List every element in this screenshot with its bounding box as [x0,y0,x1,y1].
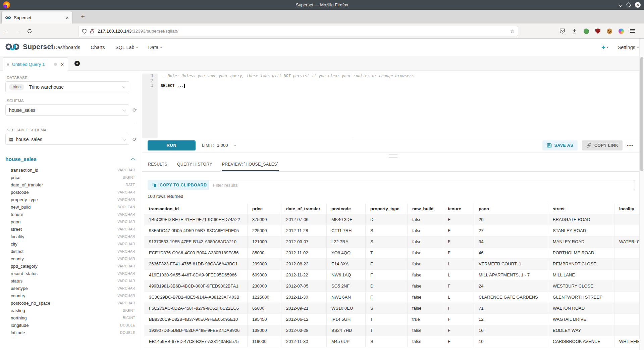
table-cell[interactable]: 65000 [248,303,281,314]
copy-link-button[interactable]: COPY LINK [582,140,623,150]
query-tab[interactable]: Untitled Query 1 × [3,57,68,71]
column-list-item[interactable]: easting BIGINT [5,307,135,314]
table-cell[interactable]: M45 6UP [327,336,366,347]
header-cell[interactable]: transaction_id [144,204,248,214]
table-cell[interactable]: 46 [474,248,548,258]
table-cell[interactable]: 1B5C39ED-BE7F-41EF-9E71-9C60EED74A22 [144,214,248,225]
containers-icon[interactable] [619,29,624,34]
column-list-item[interactable]: street VARCHAR [5,225,135,233]
table-cell[interactable]: L [443,270,474,280]
table-cell[interactable]: 2012-07-05 [281,281,327,292]
table-cell[interactable]: S [366,336,408,347]
table-cell[interactable]: 16 [474,325,548,336]
refresh-table-icon[interactable]: ⟳ [132,136,137,142]
table-cell[interactable]: false [408,325,443,336]
table-cell[interactable]: false [408,248,443,258]
table-cell[interactable]: BB8320C9-D82B-4B37-90E0-9FEE05095E10 [144,314,248,325]
table-cell[interactable]: T [366,248,408,258]
table-cell[interactable]: E14 3XA [327,259,366,269]
table-cell[interactable]: false [408,259,443,269]
table-cell[interactable]: 138000 [248,325,281,336]
table-cell[interactable]: EB1459EB-67ED-47C8-B2E7-A38143AB5575 [144,336,248,347]
reload-button[interactable] [27,29,32,34]
table-cell[interactable]: false [408,214,443,225]
column-list-item[interactable]: record_status VARCHAR [5,270,135,277]
table-cell[interactable]: PORTHOLME ROAD [548,248,614,258]
table-cell[interactable]: 2012-03-28 [281,325,327,336]
table-cell[interactable]: ECE1D376-C9A6-4C00-B004-A380B189FA56 [144,248,248,258]
table-cell[interactable]: CARISBROOK AVENUE [548,336,614,347]
back-button[interactable]: ← [3,28,9,35]
table-cell[interactable]: 34 [474,236,548,247]
table-cell[interactable]: WALTON ROAD [548,303,614,314]
column-list-item[interactable]: date_of_transfer DATE [5,181,135,188]
table-cell[interactable]: 24 [474,281,548,292]
table-cell[interactable]: WESTBURY CLOSE [548,281,614,292]
menu-icon[interactable] [630,29,635,33]
table-cell[interactable]: 2012-11-28 [281,225,327,236]
scrollbar-thumb[interactable] [640,57,643,171]
window-maximize-button[interactable] [626,2,632,8]
header-cell[interactable]: street [548,204,614,214]
table-cell[interactable]: CLARENCE GATE GARDENS [474,292,548,303]
save-as-button[interactable]: SAVE AS [542,140,578,150]
cookie-icon[interactable] [607,29,612,34]
column-list-item[interactable]: locality VARCHAR [5,233,135,240]
drag-handle-icon[interactable] [7,62,9,67]
table-cell[interactable]: F [366,259,408,269]
column-list-item[interactable]: postcode_no_space VARCHAR [5,299,135,307]
table-cell[interactable]: 98F5DC47-0D05-4D59-95B7-98CA6F1FDE05 [144,225,248,236]
table-cell[interactable]: MK40 3DE [327,214,366,225]
table-cell[interactable]: F [443,225,474,236]
table-cell[interactable]: false [408,292,443,303]
table-cell[interactable]: 20 [474,214,548,225]
table-cell[interactable]: GLENTWORTH STREET [548,292,614,303]
header-cell[interactable]: new_build [408,204,443,214]
table-cell[interactable]: BS24 7HD [327,325,366,336]
table-cell[interactable]: 3C3C29DC-B7B2-4BE5-914A-A38123AF403B [144,292,248,303]
column-list-item[interactable]: country VARCHAR [5,292,135,299]
table-cell[interactable]: 193907D3-5DBD-453D-A49E-9FEE27DAB926 [144,325,248,336]
table-cell[interactable]: BODLEY WAY [548,325,614,336]
table-cell[interactable]: 119000 [248,336,281,347]
table-cell[interactable]: 2012-03-07 [281,236,327,247]
results-tab[interactable]: PREVIEW: `HOUSE_SALES` [222,158,279,171]
column-list-item[interactable]: longitude DOUBLE [5,321,135,329]
table-cell[interactable]: S [366,225,408,236]
copy-to-clipboard-button[interactable]: COPY TO CLIPBOARD [148,180,211,190]
url-bar[interactable]: 217.160.120.143:32393/superset/sqllab/ ☆ [78,26,518,36]
header-cell[interactable]: tenure [443,204,474,214]
table-cell[interactable]: S [366,236,408,247]
table-cell[interactable]: F [443,303,474,314]
more-actions-button[interactable]: ••• [627,143,634,148]
table-cell[interactable]: WAGTAIL DRIVE [548,314,614,325]
table-cell[interactable]: 230000 [248,281,281,292]
column-list-item[interactable]: price BIGINT [5,174,135,181]
table-cell[interactable]: false [408,225,443,236]
table-cell[interactable]: 121000 [248,236,281,247]
table-cell[interactable]: L [443,292,474,303]
table-cell[interactable]: F [443,248,474,258]
table-cell[interactable]: 2012-11-02 [281,248,327,258]
table-cell[interactable]: 299000 [248,259,281,269]
table-cell[interactable]: 91370533-19F5-47FE-B142-A380A8ADA210 [144,236,248,247]
table-cell[interactable]: 609000 [248,270,281,280]
column-list-item[interactable]: paon VARCHAR [5,218,135,225]
refresh-schema-icon[interactable]: ⟳ [132,107,137,113]
table-cell[interactable]: D [366,281,408,292]
browser-tab[interactable]: Superset × [1,11,72,24]
pocket-icon[interactable] [559,28,565,34]
table-cell[interactable]: 71 [474,303,548,314]
table-cell[interactable]: 2012-06-12 [281,314,327,325]
nav-item-data[interactable]: Data▾ [148,45,162,50]
collapse-chevron-icon[interactable] [131,158,135,162]
table-schema-header[interactable]: house_sales [5,156,135,162]
table-cell[interactable]: MILL APARTMENTS, 1 - 7 [474,270,548,280]
table-cell[interactable]: 85000 [248,248,281,258]
results-tab[interactable]: QUERY HISTORY [177,158,213,171]
table-cell[interactable]: 2012-09-21 [281,303,327,314]
settings-menu[interactable]: Settings ▾ [618,45,639,50]
browser-new-tab-button[interactable]: + [78,12,88,22]
table-cell[interactable]: 499B1981-3B6B-4BCD-808F-9FED9802BFA1 [144,281,248,292]
table-cell[interactable]: WS10 0EU [327,303,366,314]
